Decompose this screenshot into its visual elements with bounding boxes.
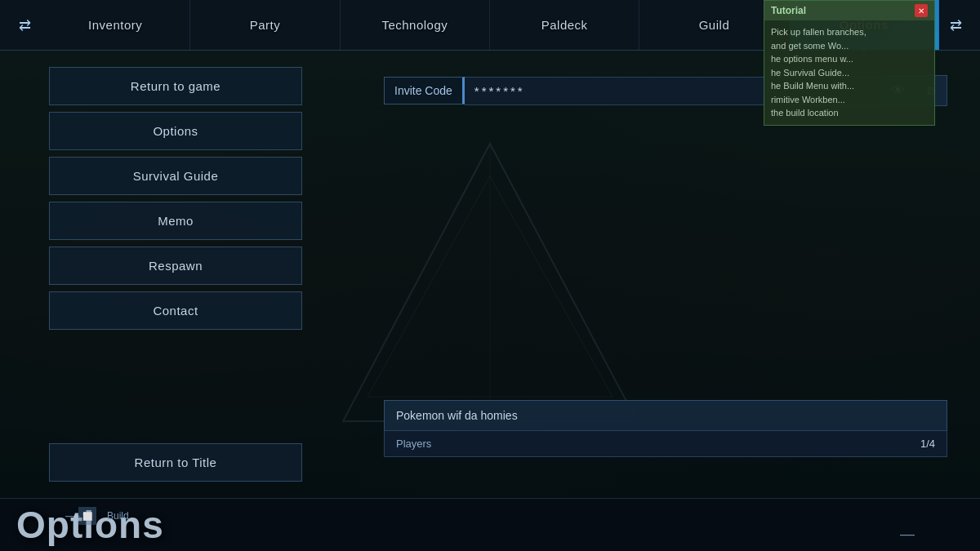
tutorial-title: Tutorial: [771, 5, 806, 16]
bottom-bar: — Options ⬜ Build —: [0, 498, 980, 551]
tutorial-panel: Tutorial ✕ Pick up fallen branches, and …: [764, 0, 935, 126]
minimize-right-icon: —: [900, 526, 915, 543]
memo-button[interactable]: Memo: [49, 202, 302, 240]
tutorial-header: Tutorial ✕: [764, 1, 934, 20]
build-icon: ⬜: [78, 507, 96, 525]
tab-party[interactable]: Party: [190, 0, 340, 50]
svg-marker-0: [343, 144, 637, 421]
respawn-button[interactable]: Respawn: [49, 247, 302, 285]
survival-guide-button[interactable]: Survival Guide: [49, 157, 302, 195]
server-info: Pokemon wif da homies Players 1/4: [384, 400, 947, 457]
tutorial-body: Pick up fallen branches, and get some Wo…: [764, 20, 934, 125]
svg-marker-1: [368, 176, 612, 397]
return-to-game-button[interactable]: Return to game: [49, 67, 302, 105]
tab-paldeck[interactable]: Paldeck: [490, 0, 639, 50]
options-button[interactable]: Options: [49, 112, 302, 150]
invite-code-label: Invite Code: [384, 77, 465, 104]
contact-button[interactable]: Contact: [49, 291, 302, 330]
tutorial-close-button[interactable]: ✕: [915, 4, 928, 17]
players-label: Players: [396, 438, 431, 450]
nav-bar: ⇄ Inventory Party Technology Paldeck Gui…: [0, 0, 980, 51]
nav-arrow-right[interactable]: ⇄: [939, 9, 972, 42]
server-name: Pokemon wif da homies: [384, 400, 947, 430]
build-label: Build: [107, 510, 129, 522]
players-count: 1/4: [920, 438, 935, 450]
tab-technology[interactable]: Technology: [341, 0, 490, 50]
spacer: [49, 336, 302, 437]
ui-root: ⇄ Inventory Party Technology Paldeck Gui…: [0, 0, 980, 551]
return-to-title-button[interactable]: Return to Title: [49, 443, 302, 482]
nav-arrow-left[interactable]: ⇄: [8, 9, 41, 42]
left-panel: Return to game Options Survival Guide Me…: [0, 51, 351, 498]
tab-inventory[interactable]: Inventory: [41, 0, 190, 50]
server-players-row: Players 1/4: [384, 430, 947, 457]
build-section: ⬜ Build: [78, 507, 129, 525]
